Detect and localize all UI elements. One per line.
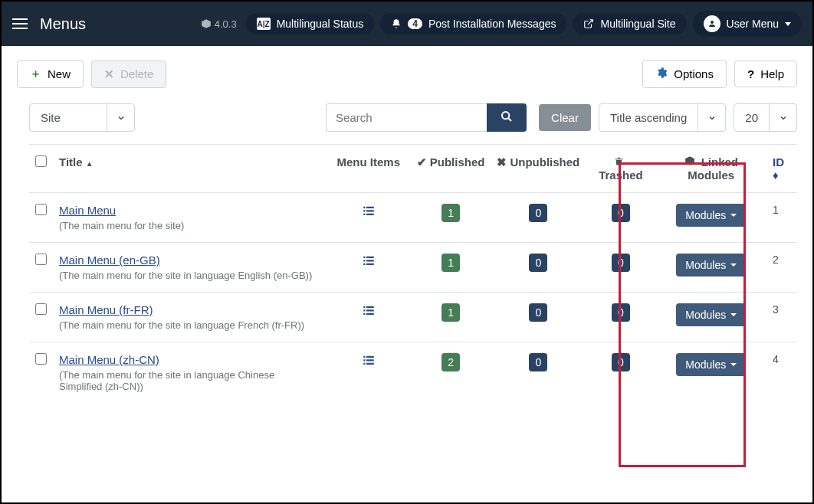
external-link-icon: [583, 18, 594, 29]
chevron-down-icon: [107, 104, 134, 131]
options-button[interactable]: Options: [642, 60, 727, 88]
column-id[interactable]: ID ♦: [766, 145, 797, 193]
menu-description: (The main menu for the site in language …: [59, 369, 320, 392]
svg-rect-26: [366, 363, 374, 365]
svg-rect-11: [363, 260, 365, 261]
plus-icon: ＋: [30, 67, 41, 81]
menu-title-link[interactable]: Main Menu (zh-CN): [59, 353, 159, 366]
svg-rect-13: [363, 263, 365, 265]
list-icon[interactable]: [362, 205, 376, 221]
search-button[interactable]: [487, 103, 527, 132]
column-linked-modules: Linked Modules: [656, 145, 766, 193]
menu-description: (The main menu for the site in language …: [59, 319, 320, 331]
svg-rect-10: [366, 257, 374, 258]
sort-icon: ♦: [773, 169, 779, 182]
row-checkbox[interactable]: [35, 353, 47, 365]
caret-down-icon: [730, 214, 737, 217]
list-icon[interactable]: [362, 305, 376, 320]
svg-rect-3: [363, 207, 365, 208]
menu-toggle-icon[interactable]: [12, 18, 28, 29]
search-icon: [501, 110, 513, 123]
menu-title-link[interactable]: Main Menu: [59, 204, 116, 217]
column-unpublished[interactable]: ✖Unpublished: [491, 145, 586, 193]
joomla-version[interactable]: 4.0.3: [201, 18, 237, 30]
svg-line-2: [508, 118, 511, 121]
svg-rect-22: [366, 356, 374, 358]
table-row: Main Menu (en-GB)(The main menu for the …: [29, 243, 797, 293]
trashed-count[interactable]: 0: [612, 204, 630, 222]
sort-select[interactable]: Title ascending: [599, 103, 726, 132]
column-trashed[interactable]: Trashed: [586, 145, 655, 193]
modules-dropdown-button[interactable]: Modules: [676, 204, 746, 227]
menu-title-link[interactable]: Main Menu (fr-FR): [59, 303, 153, 316]
caret-down-icon: [730, 313, 737, 316]
modules-dropdown-button[interactable]: Modules: [676, 303, 746, 326]
published-count[interactable]: 1: [441, 254, 460, 272]
trash-icon: [614, 155, 624, 169]
user-menu-button[interactable]: User Menu: [693, 11, 802, 37]
user-icon: [704, 15, 720, 32]
row-checkbox[interactable]: [35, 303, 47, 315]
svg-rect-23: [363, 359, 365, 361]
multilingual-status-button[interactable]: A|Z Multilingual Status: [246, 13, 375, 34]
column-menu-items: Menu Items: [327, 145, 411, 193]
caret-down-icon: [730, 363, 737, 366]
svg-point-0: [711, 21, 714, 24]
menu-title-link[interactable]: Main Menu (en-GB): [59, 254, 160, 267]
menus-table: Title ▲ Menu Items ✔Published ✖Unpublish…: [29, 144, 797, 403]
caret-down-icon: [730, 263, 737, 267]
post-install-messages-button[interactable]: 4 Post Installation Messages: [380, 13, 566, 34]
column-published[interactable]: ✔Published: [411, 145, 491, 193]
table-row: Main Menu(The main menu for the site)100…: [29, 193, 797, 243]
top-header: Menus 4.0.3 A|Z Multilingual Status 4 Po…: [2, 2, 812, 46]
svg-rect-19: [363, 313, 365, 315]
published-count[interactable]: 1: [441, 204, 460, 222]
svg-rect-25: [363, 363, 365, 365]
svg-rect-18: [366, 309, 374, 311]
limit-select[interactable]: 20: [734, 103, 797, 132]
table-row: Main Menu (fr-FR)(The main menu for the …: [29, 293, 797, 342]
client-select[interactable]: Site: [29, 103, 135, 132]
svg-rect-14: [366, 263, 374, 265]
select-all-checkbox[interactable]: [35, 155, 47, 167]
unpublished-count[interactable]: 0: [529, 204, 547, 222]
notification-count: 4: [408, 18, 422, 29]
svg-rect-5: [363, 210, 365, 211]
cube-icon: [684, 155, 698, 169]
clear-button[interactable]: Clear: [539, 104, 591, 131]
unpublished-count[interactable]: 0: [529, 353, 547, 371]
action-toolbar: ＋ New ✕ Delete Options ? Help: [2, 46, 812, 96]
trashed-count[interactable]: 0: [612, 353, 630, 371]
svg-rect-20: [366, 313, 374, 315]
language-icon: A|Z: [257, 18, 271, 30]
x-icon: ✖: [497, 155, 507, 169]
published-count[interactable]: 1: [441, 303, 460, 322]
svg-rect-16: [366, 306, 374, 308]
row-checkbox[interactable]: [35, 204, 47, 215]
published-count[interactable]: 2: [441, 353, 460, 371]
svg-rect-4: [366, 207, 374, 208]
delete-button[interactable]: ✕ Delete: [91, 61, 166, 88]
chevron-down-icon: [769, 104, 796, 131]
column-title[interactable]: Title ▲: [53, 145, 327, 193]
svg-point-1: [502, 112, 509, 119]
modules-dropdown-button[interactable]: Modules: [676, 254, 746, 277]
modules-dropdown-button[interactable]: Modules: [676, 353, 746, 376]
trashed-count[interactable]: 0: [612, 254, 630, 272]
svg-rect-24: [366, 359, 374, 361]
trashed-count[interactable]: 0: [612, 303, 630, 322]
new-button[interactable]: ＋ New: [17, 60, 84, 88]
svg-rect-6: [366, 210, 374, 211]
unpublished-count[interactable]: 0: [529, 254, 547, 272]
svg-rect-15: [363, 306, 365, 308]
multilingual-site-button[interactable]: Multilingual Site: [573, 13, 686, 34]
list-icon[interactable]: [362, 255, 376, 270]
help-button[interactable]: ? Help: [734, 61, 797, 87]
svg-rect-17: [363, 309, 365, 311]
search-input[interactable]: [326, 103, 487, 132]
unpublished-count[interactable]: 0: [529, 303, 547, 322]
chevron-down-icon: [785, 22, 791, 26]
row-checkbox[interactable]: [35, 254, 47, 265]
list-icon[interactable]: [362, 355, 376, 370]
x-icon: ✕: [104, 67, 114, 81]
